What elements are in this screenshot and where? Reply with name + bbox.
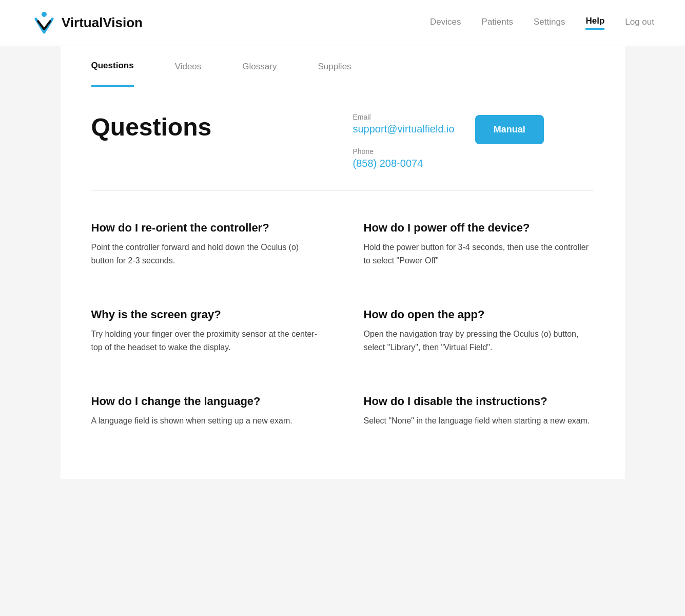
svg-point-0 (42, 12, 47, 17)
faq-question-0: How do I re-orient the controller? (91, 221, 322, 235)
phone-label: Phone (353, 147, 455, 156)
nav-devices[interactable]: Devices (430, 17, 461, 29)
phone-block: Phone (858) 208-0074 (353, 147, 455, 169)
logo-text: VirtualVision (62, 15, 143, 31)
tab-questions[interactable]: Questions (91, 46, 134, 87)
faq-answer-4: A language field is shown when setting u… (91, 414, 322, 428)
hero-right: Email support@virtualfield.io Phone (858… (353, 113, 594, 169)
faq-answer-3: Open the navigation tray by pressing the… (364, 328, 594, 354)
email-label: Email (353, 113, 455, 121)
tab-glossary[interactable]: Glossary (242, 47, 277, 86)
faq-item-3: How do open the app? Open the navigation… (343, 287, 594, 374)
tab-supplies[interactable]: Supplies (318, 47, 351, 86)
faq-item-1: How do I power off the device? Hold the … (343, 201, 594, 287)
faq-answer-1: Hold the power button for 3-4 seconds, t… (364, 241, 594, 267)
hero-right-inner: Email support@virtualfield.io Phone (858… (353, 113, 594, 169)
faq-question-4: How do I change the language? (91, 395, 322, 408)
header: VirtualVision Devices Patients Settings … (0, 0, 685, 46)
faq-item-4: How do I change the language? A language… (91, 374, 343, 448)
nav-logout[interactable]: Log out (625, 17, 654, 29)
faq-answer-0: Point the controller forward and hold do… (91, 241, 322, 267)
faq-question-2: Why is the screen gray? (91, 308, 322, 321)
page-body: Questions Videos Glossary Supplies Quest… (61, 46, 625, 479)
logo-icon (31, 10, 57, 36)
faq-item-2: Why is the screen gray? Try holding your… (91, 287, 343, 374)
contact-info: Email support@virtualfield.io Phone (858… (353, 113, 455, 169)
sub-tabs: Questions Videos Glossary Supplies (91, 46, 594, 87)
email-block: Email support@virtualfield.io (353, 113, 455, 135)
nav-help[interactable]: Help (585, 16, 604, 30)
main-nav: Devices Patients Settings Help Log out (430, 16, 654, 30)
faq-question-5: How do I disable the instructions? (364, 395, 594, 408)
email-link[interactable]: support@virtualfield.io (353, 123, 455, 135)
hero-section: Questions Email support@virtualfield.io … (91, 87, 594, 190)
phone-link[interactable]: (858) 208-0074 (353, 158, 455, 169)
nav-patients[interactable]: Patients (482, 17, 513, 29)
faq-question-1: How do I power off the device? (364, 221, 594, 235)
faq-answer-2: Try holding your finger over the proximi… (91, 328, 322, 354)
hero-left: Questions (91, 113, 332, 141)
tab-videos[interactable]: Videos (175, 47, 202, 86)
faq-question-3: How do open the app? (364, 308, 594, 321)
manual-button[interactable]: Manual (475, 115, 544, 144)
faq-answer-5: Select "None" in the language field when… (364, 414, 594, 428)
faq-grid: How do I re-orient the controller? Point… (91, 190, 594, 448)
faq-item-0: How do I re-orient the controller? Point… (91, 201, 343, 287)
logo: VirtualVision (31, 10, 430, 36)
faq-item-5: How do I disable the instructions? Selec… (343, 374, 594, 448)
nav-settings[interactable]: Settings (534, 17, 565, 29)
page-title: Questions (91, 113, 332, 141)
